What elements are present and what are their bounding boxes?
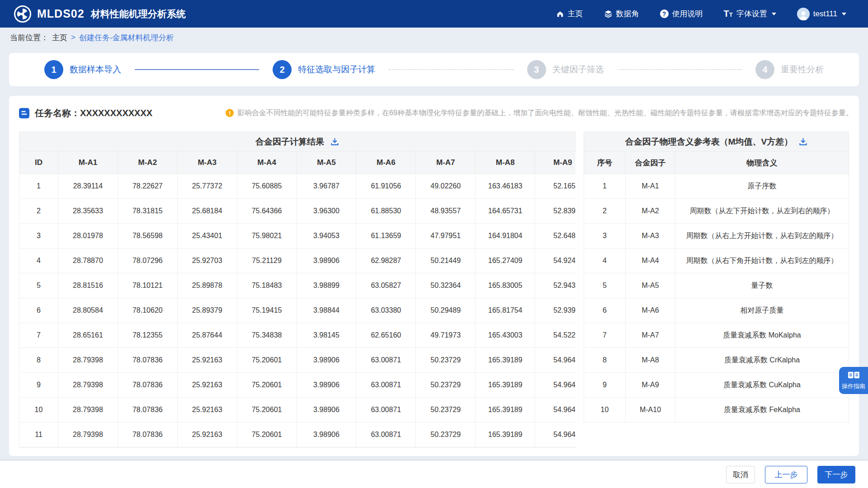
table-cell: 3.96787 <box>297 174 356 199</box>
table-row: 428.7887078.0729625.9270375.211293.98906… <box>19 249 576 273</box>
nav-item-label: 数据角 <box>616 9 639 19</box>
table-cell: 61.88530 <box>356 199 416 224</box>
nav-item-help[interactable]: ? 使用说明 <box>652 9 711 19</box>
table-cell: 78.07836 <box>118 348 177 373</box>
table-row: 728.6516178.1235525.8764475.348383.98145… <box>19 323 576 348</box>
table-row: 10M-A10质量衰减系数 FeKalpha <box>584 398 849 422</box>
nav-item-data[interactable]: 数据角 <box>596 9 647 19</box>
warning-icon: ! <box>226 109 234 117</box>
table-cell: 48.93557 <box>416 199 476 224</box>
table-cell: 63.05827 <box>356 273 416 298</box>
column-header: M-A2 <box>118 152 177 174</box>
breadcrumb-current: 创建任务-金属材料机理分析 <box>79 33 174 43</box>
table-cell: 165.81754 <box>476 298 535 323</box>
table-cell: 3.98906 <box>297 348 356 373</box>
table-cell: 量子数 <box>675 273 849 298</box>
table-cell: M-A6 <box>626 298 675 323</box>
table-cell: 3.98145 <box>297 323 356 348</box>
table-cell: 3.96300 <box>297 199 356 224</box>
table-cell: 质量衰减系数 MoKalpha <box>675 323 849 348</box>
table-row: 1128.7939878.0783625.9216375.206013.9890… <box>19 422 576 447</box>
table-cell: 63.00871 <box>356 422 416 447</box>
table-cell: 164.65731 <box>476 199 535 224</box>
table-row: 5M-A5量子数 <box>584 273 849 298</box>
table-cell: M-A10 <box>626 398 675 422</box>
table-cell: 75.60885 <box>237 174 297 199</box>
table-cell: 2 <box>19 199 58 224</box>
table-cell: 原子序数 <box>675 174 849 199</box>
table-cell: 7 <box>584 323 626 348</box>
open-book-icon <box>848 371 860 380</box>
font-size-icon: TT <box>724 9 733 19</box>
table-cell: M-A2 <box>626 199 675 224</box>
table-cell: 49.71973 <box>416 323 476 348</box>
nav-item-home[interactable]: 主页 <box>548 9 591 19</box>
table-cell: 165.39189 <box>476 373 535 398</box>
previous-step-button[interactable]: 上一步 <box>765 466 807 483</box>
table-cell: 50.21449 <box>416 249 476 273</box>
brand-subtitle: 材料性能机理分析系统 <box>91 8 186 20</box>
guide-label: 操作指南 <box>842 382 865 390</box>
table-cell: 63.00871 <box>356 373 416 398</box>
next-step-button[interactable]: 下一步 <box>817 466 855 483</box>
table-cell: 78.07836 <box>118 373 177 398</box>
table-cell: 165.39189 <box>476 422 535 447</box>
operation-guide-button[interactable]: 操作指南 <box>839 367 868 394</box>
step-4-importance-analysis: 4 重要性分析 <box>755 60 824 79</box>
table-cell: 28.79398 <box>58 398 118 422</box>
nav-item-font-settings[interactable]: TT 字体设置 <box>716 9 784 19</box>
table-cell: 质量衰减系数 FeKalpha <box>675 398 849 422</box>
column-header: 合金因子 <box>626 152 675 174</box>
table-cell: 75.98021 <box>237 224 297 249</box>
download-icon[interactable] <box>330 137 339 146</box>
breadcrumb-home-link[interactable]: 主页 <box>52 33 67 43</box>
layers-icon <box>604 9 613 18</box>
column-header: M-A1 <box>58 152 118 174</box>
table-cell: M-A3 <box>626 224 675 249</box>
help-icon: ? <box>660 9 669 18</box>
column-header: M-A9 <box>535 152 576 174</box>
table-cell: 63.03380 <box>356 298 416 323</box>
table-cell: 28.79398 <box>58 373 118 398</box>
table-cell: 54.964 <box>535 422 576 447</box>
table-cell: 78.07296 <box>118 249 177 273</box>
table-cell: 50.23729 <box>416 348 476 373</box>
table-cell: 165.83005 <box>476 273 535 298</box>
table-cell: 25.92163 <box>177 348 237 373</box>
table-cell: 78.10121 <box>118 273 177 298</box>
task-list-icon <box>19 108 29 118</box>
table-cell: 25.92163 <box>177 422 237 447</box>
table-cell: 163.46183 <box>476 174 535 199</box>
table-cell: 75.64366 <box>237 199 297 224</box>
result-table: IDM-A1M-A2M-A3M-A4M-A5M-A6M-A7M-A8M-A9 1… <box>19 151 576 447</box>
table-cell: 5 <box>19 273 58 298</box>
table-row: 7M-A7质量衰减系数 MoKalpha <box>584 323 849 348</box>
table-cell: 28.65161 <box>58 323 118 348</box>
chevron-down-icon <box>772 13 776 15</box>
step-label: 重要性分析 <box>781 64 824 75</box>
table-cell: 4 <box>584 249 626 273</box>
nav-item-user[interactable]: test111 <box>789 8 854 20</box>
table-cell: M-A5 <box>626 273 675 298</box>
table-cell: 质量衰减系数 CuKalpha <box>675 373 849 398</box>
cancel-button[interactable]: 取消 <box>726 466 755 483</box>
result-table-clip: IDM-A1M-A2M-A3M-A4M-A5M-A6M-A7M-A8M-A9 1… <box>19 151 576 448</box>
table-cell: 61.91056 <box>356 174 416 199</box>
table-cell: 54.964 <box>535 348 576 373</box>
table-cell: 78.22627 <box>118 174 177 199</box>
table-cell: 25.89379 <box>177 298 237 323</box>
breadcrumb-separator: > <box>71 33 75 42</box>
column-header: M-A7 <box>416 152 476 174</box>
step-label: 特征选取与因子计算 <box>298 64 375 75</box>
result-table-title-bar: 合金因子计算结果 <box>19 131 576 151</box>
table-cell: 周期数（从左下开始计数，从左到右的顺序） <box>675 199 849 224</box>
table-row: 1028.7939878.0783625.9216375.206013.9890… <box>19 398 576 422</box>
table-cell: 78.12355 <box>118 323 177 348</box>
nav-item-label: 主页 <box>568 9 583 19</box>
step-2-feature-selection: 2 特征选取与因子计算 <box>273 60 375 79</box>
reference-table-block: 合金因子物理含义参考表（M均值、V方差） 序号合金因子物理含义 1M-A1原子序… <box>584 131 849 422</box>
download-icon[interactable] <box>799 137 807 146</box>
top-navbar: MLDS02 材料性能机理分析系统 主页 数据角 ? 使用说明 TT <box>0 0 868 28</box>
task-title: 任务名称：XXXXXXXXXXXX <box>35 107 152 119</box>
table-row: 4M-A4周期数（从右下角开始计数，从右到左的顺序） <box>584 249 849 273</box>
